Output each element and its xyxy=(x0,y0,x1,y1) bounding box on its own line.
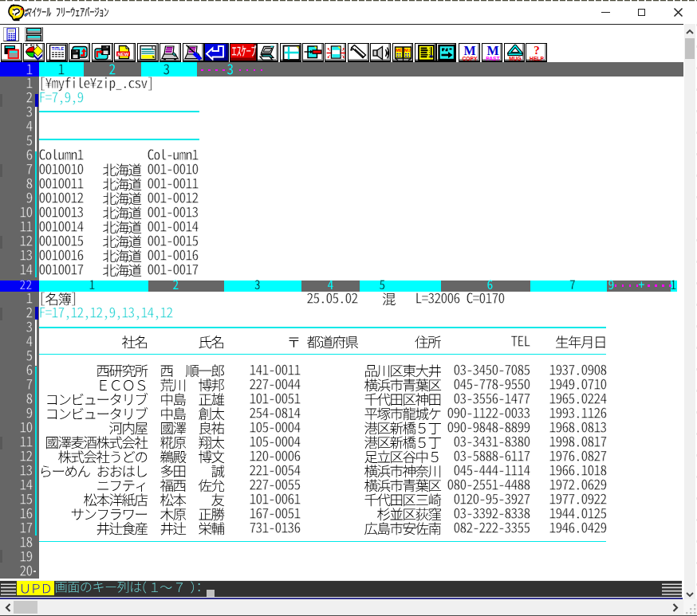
svg-text:MUG: MUG xyxy=(509,55,522,61)
svg-text:PAST: PAST xyxy=(486,55,500,61)
svg-text:HELP: HELP xyxy=(530,55,544,61)
svg-text:COPY: COPY xyxy=(462,55,477,61)
svg-text:NEW: NEW xyxy=(118,51,129,56)
svg-text:TITLE: TITLE xyxy=(51,46,64,51)
svg-text:NU: NU xyxy=(404,47,410,52)
svg-text:ME: ME xyxy=(396,47,403,52)
svg-text:?: ? xyxy=(534,44,540,57)
